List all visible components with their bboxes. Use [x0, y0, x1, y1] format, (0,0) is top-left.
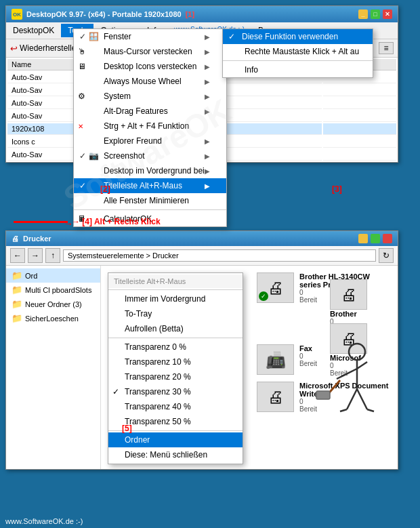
min-btn[interactable] — [358, 234, 368, 243]
folder-label: SicherLoeschen — [25, 314, 79, 323]
arrow-icon: ▶ — [205, 167, 210, 175]
arrow-icon: ▶ — [205, 63, 210, 70]
title-annotation: [1] — [186, 10, 194, 18]
ctx-to-tray[interactable]: To-Tray — [108, 306, 243, 321]
status-icon: ✓ — [259, 291, 268, 301]
menu-titelleiste[interactable]: ✓ Titelleiste Alt+R-Maus ▶ — [74, 178, 226, 193]
sidebar-panel: 📁 Ord 📁 Multi Cl pboardSlots 📁 Neuer Ord… — [6, 266, 101, 469]
arrow-annotation: → → [4] Alt + Rechs Klick — [14, 217, 161, 226]
printer-panel: Titelleiste Alt+R-Maus Immer im Vordergr… — [101, 266, 398, 469]
arrow-icon: ▶ — [205, 182, 210, 190]
menu-desktopok[interactable]: DesktopOK — [6, 24, 61, 37]
svg-line-4 — [347, 389, 357, 409]
bottom-title-bar: 🖨 Drucker — [6, 231, 398, 246]
footer-label: www.SoftwareOK.de :-) — [5, 517, 83, 525]
back-btn[interactable]: ← — [10, 248, 25, 263]
menu-maus-cursor[interactable]: 🖱 Maus-Cursor verstecken ▶ — [74, 44, 226, 59]
submenu-diese-funktion[interactable]: ✓ Diese Funktion verwenden — [223, 29, 373, 44]
arrow-icon: ▶ — [205, 93, 210, 100]
ctx-transparenz-40[interactable]: Transparenz 40 % — [108, 399, 243, 414]
separator — [223, 60, 373, 61]
folder-label: Neuer Ordner (3) — [25, 300, 82, 308]
annotation-2: [2] — [100, 184, 110, 194]
svg-line-7 — [367, 409, 374, 411]
up-btn[interactable]: ↑ — [45, 248, 60, 263]
printer-thumb: 🖨 ✓ — [257, 272, 294, 303]
ctx-transparenz-10[interactable]: Transparenz 10 % — [108, 354, 243, 369]
forward-btn[interactable]: → — [28, 248, 43, 263]
submenu-info[interactable]: Info — [223, 62, 373, 77]
ctx-ordner[interactable]: Ordner — [108, 432, 243, 447]
ctx-aufrollen[interactable]: Aufrollen (Betta) — [108, 321, 243, 336]
ctx-transparenz-30[interactable]: ✓ Transparenz 30 % — [108, 384, 243, 399]
sidebar-folder-sicher[interactable]: 📁 SicherLoeschen — [6, 311, 100, 325]
svg-point-0 — [349, 344, 365, 360]
window-title: DesktopOK 9.97- (x64) - Portable 1920x10… — [26, 10, 182, 18]
ctx-transparenz-0[interactable]: Transparenz 0 % — [108, 340, 243, 354]
maximize-btn[interactable]: □ — [371, 9, 380, 19]
svg-line-2 — [337, 369, 357, 379]
folder-label: Multi Cl pboardSlots — [25, 286, 91, 294]
printer-image: 🖨 — [268, 388, 284, 407]
submenu-rechte-maustaste[interactable]: Rechte Maustaste Klick + Alt au — [223, 44, 373, 59]
refresh-btn[interactable]: ↻ — [379, 248, 394, 263]
check-icon: ✓ — [228, 32, 235, 41]
printer-image: 📠 — [266, 350, 286, 369]
sidebar-folder-multi[interactable]: 📁 Multi Cl pboardSlots — [6, 283, 100, 297]
menu-desktop-icons[interactable]: 🖥 Desktop Icons verstecken ▶ — [74, 59, 226, 74]
cursor-icon: 🖱 — [78, 47, 86, 56]
printer-icon: 🖨 — [12, 235, 19, 243]
toolbar-view-btn[interactable]: ≡ — [379, 42, 394, 54]
menu-always-mouse-wheel[interactable]: Always Mouse Wheel ▶ — [74, 74, 226, 89]
separator — [108, 289, 243, 290]
arrow-icon: ▶ — [205, 153, 210, 160]
menu-desktop-vordergrund[interactable]: Desktop im Vordergrund bei ▶ — [74, 163, 226, 178]
restore-icon: ↩ — [10, 43, 18, 54]
sidebar-folder-neuer[interactable]: 📁 Neuer Ordner (3) — [6, 297, 100, 311]
check-icon: ✓ — [112, 387, 119, 397]
annotation-5: [5] — [122, 424, 132, 433]
system-icon: ⚙ — [78, 92, 85, 101]
bottom-window-title: Drucker — [23, 235, 51, 243]
close-btn[interactable] — [383, 234, 392, 243]
menu-strg-alt-f4[interactable]: ✕ Strg + Alt + F4 Funktion — [74, 119, 226, 134]
sidebar-folder-ord[interactable]: 📁 Ord — [6, 268, 100, 283]
menu-screenshot[interactable]: ✓ 📷 Screenshot ▶ — [74, 148, 226, 163]
max-btn[interactable] — [371, 234, 380, 243]
context-menu: Titelleiste Alt+R-Maus Immer im Vordergr… — [108, 272, 243, 464]
printer-thumb: 📠 — [257, 344, 294, 375]
titelleiste-submenu: ✓ Diese Funktion verwenden Rechte Mausta… — [222, 28, 373, 78]
ctx-immer-vordergrund[interactable]: Immer im Vordergrund — [108, 291, 243, 306]
bottom-content: 📁 Ord 📁 Multi Cl pboardSlots 📁 Neuer Ord… — [6, 266, 398, 469]
svg-rect-9 — [316, 391, 330, 399]
camera-icon: 📷 — [89, 151, 99, 161]
address-text: Systemsteuerelemente > Drucker — [68, 251, 179, 260]
menu-fenster[interactable]: ✓ 🪟 Fenster ▶ — [74, 29, 226, 44]
minimize-btn[interactable]: _ — [358, 9, 368, 19]
tools-dropdown: ✓ 🪟 Fenster ▶ 🖱 Maus-Cursor verstecken ▶… — [73, 28, 227, 227]
svg-line-5 — [357, 389, 367, 409]
arrow-icon: ▶ — [205, 48, 210, 56]
close-btn[interactable]: ✕ — [383, 9, 392, 19]
desktop-icon: 🖥 — [78, 62, 86, 71]
menu-system[interactable]: ⚙ System ▶ — [74, 89, 226, 104]
folder-icon: 📁 — [12, 270, 22, 281]
folder-icon: 📁 — [12, 285, 22, 295]
ctx-transparenz-20[interactable]: Transparenz 20 % — [108, 369, 243, 384]
printer-image: 🖨 — [268, 279, 284, 298]
menu-alt-drag[interactable]: Alt-Drag Features ▶ — [74, 104, 226, 119]
arrow-icon: ▶ — [205, 78, 210, 85]
printer-name: Brother — [330, 310, 391, 318]
folder-label: Ord — [25, 272, 37, 280]
title-bar: OK DesktopOK 9.97- (x64) - Portable 1920… — [6, 6, 398, 22]
address-bar[interactable]: Systemsteuerelemente > Drucker — [63, 249, 376, 262]
arrow-line: → — [14, 221, 68, 223]
printer-thumb: 🖨 — [330, 279, 367, 310]
folder-icon: 📁 — [12, 313, 22, 323]
ctx-menue-schliessen[interactable]: Diese: Menü schließen — [108, 447, 243, 462]
annotation-3: [3] — [332, 184, 342, 194]
menu-explorer-freund[interactable]: Explorer Freund ▶ — [74, 134, 226, 148]
check-screenshot: ✓ — [79, 151, 86, 161]
menu-alle-fenster[interactable]: Alle Fenster Minimieren — [74, 193, 226, 208]
stickman-illustration — [310, 338, 377, 428]
